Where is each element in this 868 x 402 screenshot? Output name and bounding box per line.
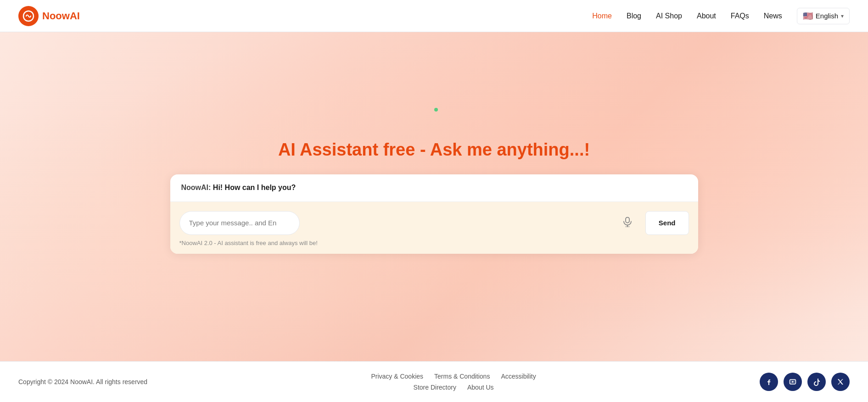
nav-ai-shop[interactable]: AI Shop (656, 12, 682, 20)
flag-icon: 🇺🇸 (803, 11, 813, 21)
footer-link-about-us[interactable]: About Us (467, 384, 494, 391)
svg-rect-1 (626, 217, 629, 223)
twitter-icon[interactable] (831, 373, 850, 391)
chat-message-area: NoowAI: Hi! How can I help you? (170, 174, 698, 202)
nav-about[interactable]: About (697, 12, 716, 20)
send-button[interactable]: Send (645, 211, 689, 235)
main-content: AI Assistant free - Ask me anything...! … (0, 32, 868, 361)
chat-input-area: Send *NoowAI 2.0 - AI assistant is free … (170, 202, 698, 254)
footer-link-store-directory[interactable]: Store Directory (414, 384, 456, 391)
chevron-down-icon: ▾ (841, 13, 844, 19)
footer-links: Privacy & Cookies Terms & Conditions Acc… (371, 373, 536, 391)
header: NoowAI Home Blog AI Shop About FAQs News… (0, 0, 868, 32)
facebook-icon[interactable] (760, 373, 778, 391)
disclaimer-text: *NoowAI 2.0 - AI assistant is free and a… (179, 240, 689, 246)
footer-link-accessibility[interactable]: Accessibility (501, 373, 536, 380)
youtube-icon[interactable] (784, 373, 802, 391)
microphone-icon[interactable] (622, 217, 633, 229)
logo-text: NoowAI (42, 10, 80, 22)
input-wrapper (179, 211, 640, 235)
footer-links-row-2: Store Directory About Us (414, 384, 494, 391)
language-label: English (816, 12, 838, 20)
chat-greeting-value: Hi! How can I help you? (213, 184, 296, 191)
chat-container: NoowAI: Hi! How can I help you? (170, 174, 698, 254)
main-nav: Home Blog AI Shop About FAQs News 🇺🇸 Eng… (592, 8, 850, 24)
nav-home[interactable]: Home (592, 12, 612, 20)
footer-link-privacy[interactable]: Privacy & Cookies (371, 373, 423, 380)
footer: Copyright © 2024 NoowAI. All rights rese… (0, 361, 868, 402)
input-row: Send (179, 211, 689, 235)
message-input[interactable] (179, 211, 300, 235)
chat-sender: NoowAI: (181, 184, 211, 191)
hero-title: AI Assistant free - Ask me anything...! (278, 140, 590, 160)
language-selector[interactable]: 🇺🇸 English ▾ (797, 8, 850, 24)
footer-link-terms[interactable]: Terms & Conditions (434, 373, 490, 380)
tiktok-icon[interactable] (807, 373, 826, 391)
nav-faqs[interactable]: FAQs (731, 12, 749, 20)
chat-greeting: NoowAI: Hi! How can I help you? (181, 184, 296, 192)
logo-icon (18, 6, 39, 26)
nav-news[interactable]: News (764, 12, 782, 20)
social-icons (760, 373, 850, 391)
footer-links-row-1: Privacy & Cookies Terms & Conditions Acc… (371, 373, 536, 380)
dot-decoration (434, 108, 438, 112)
nav-blog[interactable]: Blog (627, 12, 641, 20)
logo[interactable]: NoowAI (18, 6, 80, 26)
copyright-text: Copyright © 2024 NoowAI. All rights rese… (18, 378, 147, 385)
